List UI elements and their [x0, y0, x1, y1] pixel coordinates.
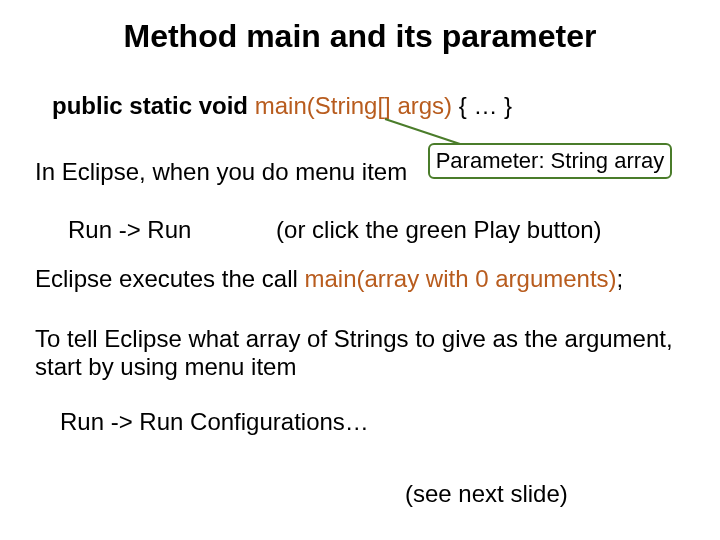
exec-line: Eclipse executes the call main(array wit…: [35, 265, 623, 293]
exec-semicolon: ;: [617, 265, 624, 292]
code-tail: { … }: [452, 92, 512, 119]
callout-text: Parameter: String array: [436, 148, 665, 174]
run-run-text: Run -> Run: [68, 216, 191, 243]
slide: Method main and its parameter public sta…: [0, 0, 720, 540]
code-signature-line: public static void main(String[] args) {…: [52, 92, 512, 120]
run-hint-text: (or click the green Play button): [276, 216, 602, 243]
eclipse-intro-line: In Eclipse, when you do menu item: [35, 158, 407, 186]
main-signature: main(String[] args): [255, 92, 452, 119]
slide-title: Method main and its parameter: [0, 18, 720, 55]
run-configurations-line: Run -> Run Configurations…: [60, 408, 369, 436]
parameter-callout: Parameter: String array: [428, 143, 672, 179]
tell-eclipse-line: To tell Eclipse what array of Strings to…: [35, 325, 675, 380]
exec-prefix: Eclipse executes the call: [35, 265, 304, 292]
keywords: public static void: [52, 92, 248, 119]
exec-arg: array with 0 arguments: [365, 265, 609, 292]
exec-main-open: main(: [304, 265, 364, 292]
see-next-slide: (see next slide): [405, 480, 568, 508]
exec-main-close: ): [609, 265, 617, 292]
run-run-line: Run -> Run (or click the green Play butt…: [68, 216, 602, 244]
